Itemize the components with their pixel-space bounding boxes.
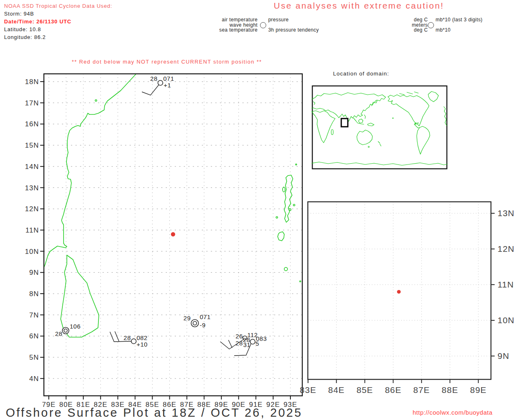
station-3: 28082+10: [110, 331, 148, 348]
station-value: +1: [164, 82, 171, 89]
tiny-island-bottom: [300, 281, 301, 282]
andaman-islet-3: [276, 217, 278, 218]
station-value: 071: [200, 313, 211, 320]
world-coastlines: [312, 91, 447, 165]
lat-tick-label: 15N: [25, 142, 39, 149]
storm-position-warning: ** Red dot below may NOT represent CURRE…: [72, 59, 262, 65]
main-map-stations: 28071+12810628082+1029071-92611228083528…: [55, 75, 267, 356]
legend-sea-temp-label: sea temperature: [192, 27, 258, 33]
station-circle: [62, 327, 69, 334]
header-latitude: Latitude: 10.8: [4, 25, 112, 33]
inset-lon-label: 89E: [470, 385, 486, 395]
small-island-icon: [95, 100, 97, 101]
inset-lat-label: 9N: [498, 351, 509, 361]
station-value: 071: [163, 75, 174, 82]
legend-degc2-label: deg C: [371, 27, 428, 33]
station-7: 2831: [235, 340, 250, 348]
lat-tick-label: 18N: [25, 78, 39, 86]
legend-units-right: mb*10 (last 3 digits) mb*10: [436, 17, 482, 33]
legend-degc-label: deg C: [371, 17, 428, 23]
caution-title: Use analyses with extreme caution!: [256, 1, 461, 11]
legend-air-temp-label: air temperature: [192, 17, 258, 23]
lat-tick-label: 13N: [25, 184, 39, 192]
offshore-surface-plot: NOAA SSD Tropical Cyclone Data Used: Sto…: [0, 0, 525, 420]
source-url: http://coolwx.com/buoydata: [413, 409, 493, 416]
plot-title: Offshore Surface Plot at 18Z / OCT 26, 2…: [6, 406, 302, 420]
legend-station-circle-icon: [260, 22, 266, 28]
lat-tick-label: 5N: [29, 354, 39, 361]
lat-tick-label: 10N: [25, 248, 39, 256]
station-value: -9: [200, 322, 205, 329]
india-coastline: [44, 74, 136, 267]
lat-tick-label: 14N: [25, 163, 39, 171]
storm-dot: [171, 232, 175, 236]
world-domain-map: [312, 85, 447, 169]
main-map: 28071+12810628082+1029071-92611228083528…: [25, 70, 312, 410]
wind-barb: [142, 85, 159, 95]
inset-lon-label: 85E: [356, 385, 373, 395]
lat-tick-label: 4N: [29, 375, 39, 383]
world-map-frame: [313, 86, 447, 169]
lat-tick-label: 16N: [25, 120, 39, 128]
station-value: +10: [137, 341, 148, 348]
legend-model-right: pressure 3h pressure tendency: [268, 17, 319, 33]
legend-mb10-label: mb*10: [436, 27, 482, 33]
inset-lon-label: 87E: [413, 385, 430, 395]
station-value: 29: [183, 315, 191, 322]
station-value: 28: [150, 75, 158, 82]
station-circle: [191, 320, 199, 327]
station-value: 5: [256, 340, 259, 347]
main-map-axis-labels: 79E80E81E82E83E84E85E86E87E88E89E90E91E9…: [25, 78, 297, 409]
lat-tick-label: 6N: [29, 332, 39, 340]
andaman-islet-2: [289, 209, 291, 211]
station-1: 28071+1: [142, 75, 174, 95]
inset-axis-labels: 83E84E85E86E87E88E89E13N12N11N10N9N: [300, 208, 515, 395]
inset-lat-label: 13N: [498, 208, 515, 218]
station-value: 26: [235, 333, 243, 340]
legend-units-circle-icon: [428, 22, 434, 28]
station-4: 29071-9: [183, 313, 210, 329]
station-circle: [131, 339, 136, 344]
header-datetime: Date/Time: 26/1130 UTC: [4, 18, 112, 25]
wind-barb: [115, 331, 119, 341]
station-value: 082: [137, 334, 148, 341]
station-circle: [158, 80, 163, 85]
station-value: 106: [70, 323, 81, 330]
station-circle: [250, 339, 255, 344]
inset-lon-label: 83E: [300, 385, 316, 395]
lat-tick-label: 7N: [29, 311, 39, 319]
header-source: NOAA SSD Tropical Cyclone Data Used:: [4, 2, 112, 10]
domain-map-title: Location of domain:: [333, 71, 389, 77]
domain-box: [341, 119, 348, 127]
andaman-islet-1: [293, 204, 295, 206]
station-value: 28: [235, 340, 243, 347]
wind-barb: [228, 340, 232, 348]
inset-lat-label: 11N: [498, 280, 514, 289]
inset-lat-label: 12N: [498, 244, 515, 253]
inset-lon-label: 86E: [385, 385, 401, 395]
nicobar-island-ring: [284, 267, 288, 271]
andaman-islands: [284, 175, 293, 222]
header-longitude: Longitude: 86.2: [4, 33, 112, 41]
lat-tick-label: 8N: [29, 290, 39, 298]
inset-map: 83E84E85E86E87E88E89E13N12N11N10N9N: [304, 197, 525, 402]
legend-tendency-label: 3h pressure tendency: [268, 27, 319, 33]
legend-units-left: deg C meters deg C: [371, 17, 428, 33]
header-block: NOAA SSD Tropical Cyclone Data Used: Sto…: [4, 2, 112, 41]
station-value: 28: [123, 334, 131, 341]
station-value: 31: [243, 341, 251, 348]
lat-tick-label: 11N: [25, 226, 39, 234]
inset-lon-label: 88E: [442, 385, 458, 395]
station-value: 28: [55, 330, 62, 337]
lat-tick-label: 9N: [29, 269, 39, 276]
little-andaman-island: [278, 232, 284, 241]
inset-storm-dot: [397, 290, 401, 294]
legend-model-left: air temperature wave height sea temperat…: [192, 17, 258, 33]
inset-lon-label: 84E: [328, 385, 345, 395]
legend-pressure-label: pressure: [268, 17, 319, 23]
inset-lat-label: 10N: [498, 315, 515, 325]
legend-mb10-digits-label: mb*10 (last 3 digits): [436, 17, 482, 23]
header-storm: Storm: 94B: [4, 10, 112, 18]
lat-tick-label: 17N: [25, 99, 39, 107]
tiny-island-top: [296, 164, 297, 165]
